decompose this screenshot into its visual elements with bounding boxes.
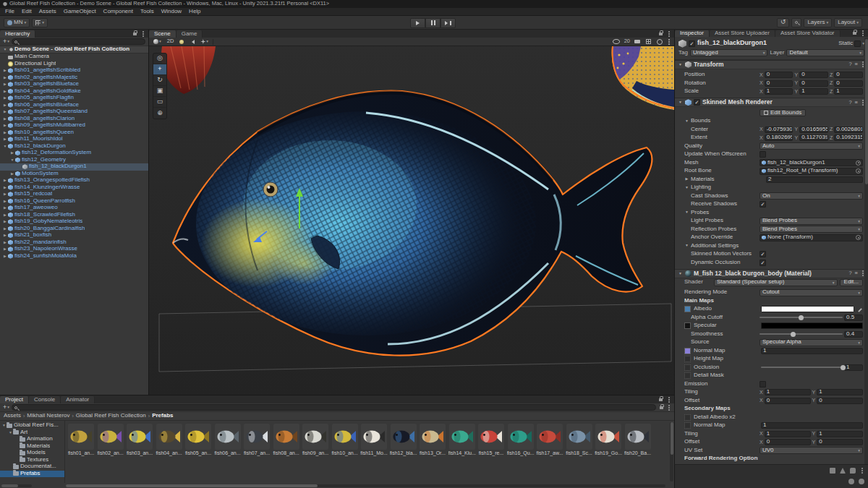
color-swatch[interactable] [761, 322, 863, 329]
checkbox[interactable] [760, 381, 766, 388]
hierarchy-tab[interactable]: Hierarchy [0, 30, 35, 38]
foldout-arrow[interactable]: ▶ [2, 186, 8, 190]
number-field[interactable]: 0 [765, 72, 793, 78]
scene-tab-scene[interactable]: Scene [149, 30, 176, 38]
hierarchy-item[interactable]: ▼fish12_Geometry [0, 157, 148, 164]
vertical-scrollbar[interactable] [670, 422, 673, 481]
more-icon[interactable] [862, 33, 864, 34]
menu-file[interactable]: File [1, 9, 18, 15]
selected-fish-blackdurgon[interactable] [173, 91, 652, 356]
project-asset[interactable]: fish10_an... [332, 424, 358, 456]
lock-icon[interactable] [659, 398, 663, 401]
slider[interactable] [761, 364, 843, 371]
help-icon[interactable]: ? [848, 61, 851, 67]
number-field[interactable]: 0.4 [844, 331, 863, 338]
dropdown[interactable]: UV0▾ [760, 447, 863, 454]
search-button[interactable] [791, 18, 801, 27]
grid-icon[interactable] [644, 38, 652, 46]
component-header-material[interactable]: ▼M_fish 12_black Durgon_body (Material)?… [675, 269, 868, 278]
texture-slot[interactable] [684, 348, 691, 354]
project-asset[interactable]: fish11_Mo... [361, 424, 387, 456]
project-folder[interactable]: Prefabs [0, 471, 64, 478]
color-swatch[interactable] [761, 306, 854, 312]
audio-toggle[interactable] [188, 38, 196, 46]
number-field[interactable]: 1 [765, 389, 811, 395]
hierarchy-item[interactable]: Main Camera [0, 53, 148, 61]
foldout-arrow[interactable]: ▶ [2, 90, 8, 94]
number-field[interactable]: 0 [765, 439, 811, 445]
hierarchy-item[interactable]: ▶fish18_ScrawledFilefish [0, 212, 148, 219]
project-asset[interactable]: fish13_Or... [420, 424, 446, 456]
number-field[interactable]: -0.0759306 [765, 127, 793, 133]
project-asset[interactable]: fish15_re... [478, 424, 504, 456]
scene-tab-game[interactable]: Game [176, 30, 203, 38]
number-field[interactable]: 1 [761, 422, 863, 429]
checkbox[interactable]: ✓ [760, 251, 766, 257]
foldout-arrow[interactable]: ▶ [2, 247, 8, 252]
project-asset[interactable]: fish05_an... [185, 424, 211, 456]
number-field[interactable]: 1 [761, 348, 863, 354]
lighting-toggle[interactable] [178, 38, 185, 46]
texture-slot[interactable] [684, 422, 691, 429]
slider[interactable] [760, 331, 843, 338]
texture-slot[interactable] [684, 372, 691, 379]
texture-slot[interactable] [684, 356, 691, 362]
number-field[interactable]: 0 [799, 80, 828, 87]
lock-icon[interactable] [659, 33, 663, 35]
create-object-button[interactable]: +▾ [3, 38, 9, 46]
number-field[interactable]: 1 [817, 389, 863, 395]
project-asset[interactable]: fish08_an... [273, 424, 299, 456]
number-field[interactable]: 0 [834, 72, 863, 78]
number-field[interactable]: 1 [817, 431, 863, 437]
menu-assets[interactable]: Assets [35, 9, 60, 15]
foldout-arrow[interactable]: ▶ [684, 177, 689, 181]
foldout-arrow[interactable]: ▶ [2, 124, 8, 128]
inspector-scrollbar[interactable] [864, 38, 868, 464]
checkbox[interactable] [760, 151, 766, 158]
project-asset[interactable]: fish01_an... [68, 424, 94, 456]
move-tool[interactable]: + [153, 64, 166, 75]
texture-slot[interactable] [684, 364, 691, 371]
toggle-2d[interactable]: 2D [166, 38, 176, 46]
project-asset[interactable]: fish12_bla... [391, 424, 417, 456]
dropdown[interactable]: Cutout▾ [760, 289, 863, 296]
number-field[interactable]: 0 [817, 439, 863, 445]
foldout-arrow[interactable]: ▼ [678, 63, 683, 67]
slider[interactable] [760, 314, 843, 321]
hierarchy-item[interactable]: ▶fish05_angelfishFlagfin [0, 95, 148, 102]
breadcrumb-item[interactable]: Mikhail Nesterov [27, 413, 69, 419]
foldout-arrow[interactable]: ▼ [684, 210, 689, 215]
breadcrumb-item[interactable]: Prefabs [152, 413, 173, 419]
number-field[interactable]: 0.01659558 [799, 127, 828, 133]
foldout-arrow[interactable]: ▼ [2, 48, 8, 52]
rect-tool[interactable]: ▭ [153, 97, 166, 108]
hierarchy-item[interactable]: ▶fish14_KlunzingerWrasse [0, 184, 148, 192]
foldout-arrow[interactable]: ▼ [1, 424, 7, 428]
shader-dropdown[interactable]: Standard (Specular setup)▾ [714, 279, 838, 286]
breadcrumb-item[interactable]: Global Reef Fish Collection [76, 413, 146, 419]
foldout-arrow[interactable]: ▶ [2, 137, 8, 142]
hierarchy-item[interactable]: ▶fish03_angelfishBlueface [0, 81, 148, 88]
hierarchy-item[interactable]: ▶fish24_sunfishMolaMola [0, 253, 148, 260]
foldout-arrow[interactable]: ▶ [2, 241, 8, 245]
more-icon[interactable] [142, 33, 144, 35]
foldout-arrow[interactable]: ▼ [9, 158, 15, 163]
menu-gameobject[interactable]: GameObject [60, 9, 100, 15]
project-asset[interactable]: fish18_Sc... [566, 424, 592, 456]
dropdown[interactable]: Blend Probes▾ [760, 226, 863, 233]
dropdown[interactable]: Auto▾ [760, 142, 863, 150]
hierarchy-item[interactable]: ▶fish13_OrangespottedFilefish [0, 177, 148, 184]
component-header-mesh[interactable]: ▼✓Skinned Mesh Renderer?≡ [675, 98, 868, 107]
foldout-arrow[interactable]: ▶ [2, 192, 8, 197]
tree-horizontal-scrollbar[interactable] [1, 484, 32, 487]
more-icon[interactable] [862, 64, 864, 65]
project-folder[interactable]: Documentat... [0, 463, 64, 471]
menu-tools[interactable]: Tools [137, 9, 158, 15]
shader-edit-button[interactable]: Edit... [840, 279, 863, 286]
checkbox[interactable]: ✓ [760, 260, 766, 266]
project-asset[interactable]: fish09_an... [302, 424, 328, 456]
step-button[interactable] [441, 18, 456, 28]
hierarchy-item[interactable]: ▶fish07_angelfishQueensland [0, 108, 148, 116]
project-search-input[interactable] [12, 404, 656, 411]
foldout-arrow[interactable]: ▶ [2, 76, 8, 80]
